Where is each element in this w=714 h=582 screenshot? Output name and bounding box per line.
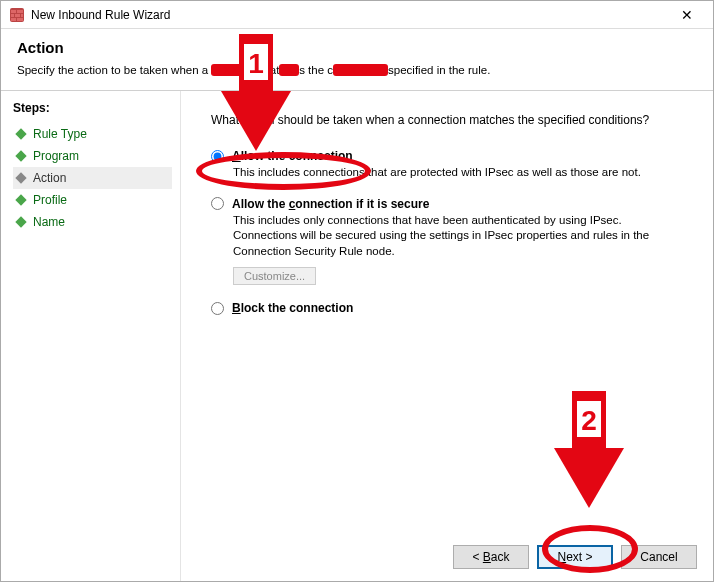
question-text: What action should be taken when a conne…	[211, 113, 689, 127]
svg-rect-5	[21, 14, 23, 17]
window-title: New Inbound Rule Wizard	[31, 8, 667, 22]
option-allow-secure: Allow the connection if it is secure Thi…	[211, 197, 689, 286]
step-program[interactable]: Program	[13, 145, 172, 167]
page-header: Action Specify the action to be taken wh…	[1, 29, 713, 91]
radio-block-label: Block the connection	[232, 301, 353, 315]
customize-button: Customize...	[233, 267, 316, 285]
step-label: Action	[33, 171, 66, 185]
option-block: Block the connection	[211, 301, 689, 315]
wizard-window: New Inbound Rule Wizard ✕ Action Specify…	[0, 0, 714, 582]
close-button[interactable]: ✕	[667, 7, 707, 23]
page-title: Action	[17, 39, 697, 56]
annotation-circle-next	[542, 525, 638, 573]
svg-rect-6	[11, 18, 16, 21]
step-label: Rule Type	[33, 127, 87, 141]
steps-sidebar: Steps: Rule TypeProgramActionProfileName	[1, 91, 181, 581]
svg-rect-1	[11, 10, 16, 13]
step-label: Profile	[33, 193, 67, 207]
svg-rect-4	[15, 14, 20, 17]
radio-block[interactable]	[211, 302, 224, 315]
step-bullet-icon	[15, 172, 26, 183]
step-rule-type[interactable]: Rule Type	[13, 123, 172, 145]
step-profile[interactable]: Profile	[13, 189, 172, 211]
steps-title: Steps:	[13, 101, 172, 115]
back-button[interactable]: < Back	[453, 545, 529, 569]
step-label: Program	[33, 149, 79, 163]
step-name[interactable]: Name	[13, 211, 172, 233]
step-label: Name	[33, 215, 65, 229]
titlebar: New Inbound Rule Wizard ✕	[1, 1, 713, 29]
page-subtitle: Specify the action to be taken when a XX…	[17, 64, 697, 76]
radio-allow-secure[interactable]	[211, 197, 224, 210]
radio-allow-secure-label: Allow the connection if it is secure	[232, 197, 429, 211]
svg-rect-3	[11, 14, 14, 17]
step-bullet-icon	[15, 128, 26, 139]
svg-rect-7	[17, 18, 23, 21]
step-action[interactable]: Action	[13, 167, 172, 189]
step-bullet-icon	[15, 194, 26, 205]
step-bullet-icon	[15, 216, 26, 227]
firewall-icon	[9, 7, 25, 23]
radio-allow-secure-desc: This includes only connections that have…	[233, 213, 663, 260]
annotation-circle-allow	[196, 152, 371, 190]
svg-rect-2	[17, 10, 23, 13]
step-bullet-icon	[15, 150, 26, 161]
